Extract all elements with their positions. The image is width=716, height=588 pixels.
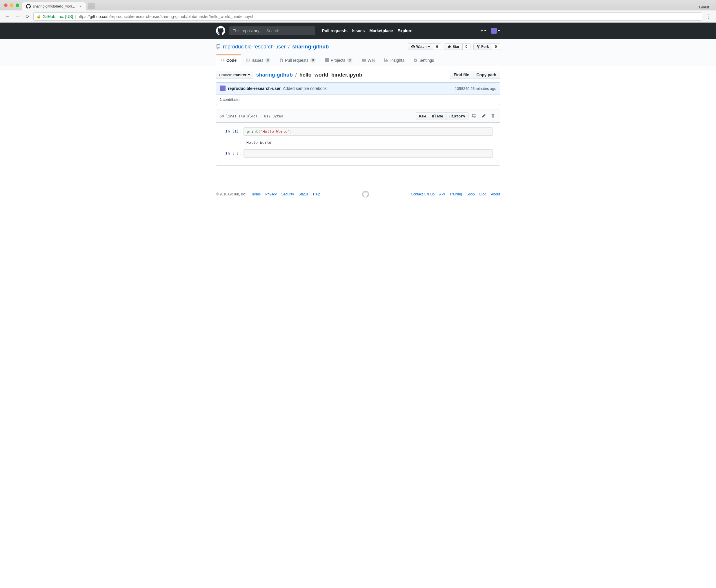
footer-terms[interactable]: Terms [251,192,261,196]
footer-shop[interactable]: Shop [467,192,475,196]
caret-down-icon [248,74,250,76]
footer-contact[interactable]: Contact GitHub [411,192,435,196]
search-input[interactable] [263,26,315,35]
commit-author[interactable]: reproducible-research-user [228,86,280,91]
tab-pull-requests[interactable]: Pull requests0 [275,55,320,66]
commit-tease: reproducible-research-user Added sample … [216,82,500,94]
nav-pull-requests[interactable]: Pull requests [322,28,348,33]
breadcrumb-repo[interactable]: sharing-github [256,72,293,78]
back-button[interactable]: ← [3,12,11,21]
desktop-icon[interactable] [470,112,478,120]
avatar-icon[interactable] [220,86,226,91]
star-count[interactable]: 0 [463,44,470,49]
tab-wiki[interactable]: Wiki [357,55,380,66]
breadcrumb: sharing-github / hello_world_binder.ipyn… [256,72,362,78]
maximize-window-icon[interactable] [16,3,19,7]
commit-sha[interactable]: 1058240 [455,86,470,91]
address-bar[interactable]: 🔒 GitHub, Inc. [US] | https://github.com… [33,13,702,21]
tab-title: sharing-github/hello_world_bin [33,4,77,8]
profile-label[interactable]: Guest [699,3,713,9]
watch-count[interactable]: 0 [434,44,441,49]
watch-button[interactable]: Watch [408,44,434,49]
browser-chrome: sharing-github/hello_world_bin × Guest ←… [0,0,716,23]
lock-icon: 🔒 [37,15,41,19]
minimize-window-icon[interactable] [10,3,13,7]
forward-button: → [14,12,21,21]
url-org: GitHub, Inc. [US] [43,14,73,19]
caret-down-icon [428,46,430,47]
star-button[interactable]: Star [444,44,462,49]
repo-owner-link[interactable]: reproducible-research-user [223,44,286,49]
close-window-icon[interactable] [4,3,7,7]
footer-api[interactable]: API [439,192,445,196]
notebook-render: In [1]: print("Hello World") . Hello Wor… [216,123,500,165]
tab-issues[interactable]: Issues0 [241,55,275,66]
create-new-menu[interactable]: + [481,28,486,33]
contributors: 1 contributor [216,94,500,105]
new-tab-button[interactable] [88,3,95,9]
nav-explore[interactable]: Explore [397,28,412,33]
footer-security[interactable]: Security [281,192,294,196]
project-icon [325,58,329,62]
tab-projects[interactable]: Projects0 [320,55,357,66]
pencil-icon[interactable] [480,112,488,120]
history-button[interactable]: History [446,112,468,120]
browser-tab[interactable]: sharing-github/hello_world_bin × [22,2,86,10]
cell-output: Hello World [244,139,493,146]
issue-icon [246,58,250,62]
commit-message[interactable]: Added sample notebook [283,86,327,91]
user-menu[interactable] [491,28,500,34]
search-scope[interactable]: This repository [229,26,263,35]
eye-icon [411,45,415,49]
tab-code[interactable]: Code [216,55,241,66]
github-favicon-icon [26,4,31,9]
footer-copyright: © 2018 GitHub, Inc. [216,192,247,196]
branch-select[interactable]: Branch: master [216,71,253,79]
find-file-button[interactable]: Find file [450,71,473,79]
gear-icon [414,58,418,62]
cell-input: print("Hello World") [244,127,493,136]
file-lines: 50 lines (49 sloc) [220,114,257,118]
footer-help[interactable]: Help [313,192,320,196]
fork-icon [477,45,480,49]
code-icon [220,58,225,62]
tab-insights[interactable]: Insights [380,55,409,66]
copy-path-button[interactable]: Copy path [473,71,500,79]
caret-down-icon [484,30,486,31]
close-tab-icon[interactable]: × [80,4,82,9]
footer-training[interactable]: Training [449,192,462,196]
footer-about[interactable]: About [491,192,500,196]
breadcrumb-file: hello_world_binder.ipynb [299,72,362,78]
tab-settings[interactable]: Settings [409,55,439,66]
fork-count[interactable]: 0 [492,44,500,49]
github-logo-icon[interactable] [216,26,225,35]
nav-marketplace[interactable]: Marketplace [369,28,393,33]
graph-icon [384,58,388,62]
window-controls [3,3,22,9]
github-mark-icon[interactable] [362,191,369,198]
cell-prompt: In [ ]: [223,149,244,158]
footer-status[interactable]: Status [299,192,309,196]
footer-blog[interactable]: Blog [480,192,486,196]
fork-button[interactable]: Fork [473,44,492,49]
file-size: 812 Bytes [264,114,283,118]
blame-button[interactable]: Blame [429,112,446,120]
trashcan-icon[interactable] [489,112,496,120]
footer-privacy[interactable]: Privacy [265,192,277,196]
git-pull-request-icon [280,58,283,62]
commit-time: 23 minutes ago [470,86,496,91]
avatar-icon [491,28,497,34]
star-icon [447,45,451,49]
github-header: This repository Pull requests Issues Mar… [0,23,716,39]
nav-issues[interactable]: Issues [352,28,365,33]
raw-button[interactable]: Raw [416,112,429,120]
caret-down-icon [498,30,500,31]
repo-name-link[interactable]: sharing-github [292,44,329,49]
cell-prompt: In [1]: [223,127,244,136]
browser-menu-icon[interactable]: ⋮ [705,13,713,20]
repo-title: reproducible-research-user / sharing-git… [223,44,329,50]
cell-input [244,149,493,158]
reload-button[interactable]: ⟳ [24,13,30,20]
repo-icon [216,44,220,49]
book-icon [362,58,366,62]
